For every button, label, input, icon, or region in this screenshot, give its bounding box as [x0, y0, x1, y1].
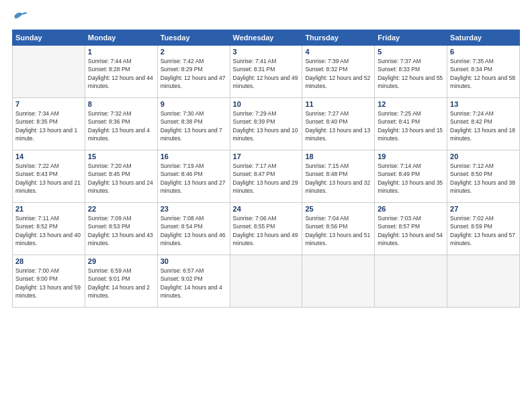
day-cell: 1Sunrise: 7:44 AMSunset: 8:28 PMDaylight…	[85, 46, 157, 98]
day-cell	[230, 255, 302, 308]
day-info: Sunrise: 7:17 AMSunset: 8:47 PMDaylight:…	[233, 162, 300, 195]
day-cell: 15Sunrise: 7:20 AMSunset: 8:45 PMDayligh…	[85, 150, 157, 203]
day-cell: 5Sunrise: 7:37 AMSunset: 8:33 PMDaylight…	[375, 46, 447, 98]
day-number: 20	[450, 152, 517, 161]
day-info: Sunrise: 7:32 AMSunset: 8:36 PMDaylight:…	[88, 109, 154, 142]
day-info: Sunrise: 7:39 AMSunset: 8:32 PMDaylight:…	[305, 57, 371, 90]
day-info: Sunrise: 7:12 AMSunset: 8:50 PMDaylight:…	[450, 162, 517, 195]
day-cell: 21Sunrise: 7:11 AMSunset: 8:52 PMDayligh…	[13, 203, 85, 255]
day-number: 9	[161, 100, 227, 108]
day-number: 7	[15, 100, 82, 108]
day-number: 22	[88, 205, 154, 213]
day-number: 14	[15, 152, 82, 161]
day-number: 13	[450, 100, 517, 108]
day-number: 8	[88, 100, 154, 108]
day-cell: 2Sunrise: 7:42 AMSunset: 8:29 PMDaylight…	[157, 46, 230, 98]
day-number: 11	[305, 100, 371, 108]
day-cell	[447, 255, 520, 308]
day-cell: 26Sunrise: 7:03 AMSunset: 8:57 PMDayligh…	[375, 203, 447, 255]
day-number: 16	[161, 152, 227, 161]
day-info: Sunrise: 7:35 AMSunset: 8:34 PMDaylight:…	[450, 57, 517, 90]
day-cell: 3Sunrise: 7:41 AMSunset: 8:31 PMDaylight…	[230, 46, 302, 98]
header-cell-monday: Monday	[85, 30, 157, 46]
day-cell: 7Sunrise: 7:34 AMSunset: 8:35 PMDaylight…	[13, 98, 85, 150]
day-number: 25	[305, 205, 371, 213]
week-row-3: 14Sunrise: 7:22 AMSunset: 8:43 PMDayligh…	[13, 150, 520, 203]
day-cell: 27Sunrise: 7:02 AMSunset: 8:59 PMDayligh…	[447, 203, 520, 255]
day-cell: 18Sunrise: 7:15 AMSunset: 8:48 PMDayligh…	[302, 150, 375, 203]
day-number: 4	[305, 48, 371, 56]
day-number: 27	[450, 205, 517, 213]
day-cell: 16Sunrise: 7:19 AMSunset: 8:46 PMDayligh…	[157, 150, 230, 203]
day-info: Sunrise: 7:02 AMSunset: 8:59 PMDaylight:…	[450, 214, 517, 247]
day-info: Sunrise: 7:22 AMSunset: 8:43 PMDaylight:…	[15, 162, 82, 195]
header-row: SundayMondayTuesdayWednesdayThursdayFrid…	[13, 30, 520, 46]
day-cell: 8Sunrise: 7:32 AMSunset: 8:36 PMDaylight…	[85, 98, 157, 150]
day-info: Sunrise: 7:06 AMSunset: 8:55 PMDaylight:…	[233, 214, 300, 247]
day-info: Sunrise: 7:08 AMSunset: 8:54 PMDaylight:…	[161, 214, 227, 247]
week-row-4: 21Sunrise: 7:11 AMSunset: 8:52 PMDayligh…	[13, 203, 520, 255]
logo-bird-icon	[13, 11, 28, 21]
day-number: 3	[233, 48, 300, 56]
header-cell-tuesday: Tuesday	[157, 30, 230, 46]
page: SundayMondayTuesdayWednesdayThursdayFrid…	[0, 0, 532, 314]
day-info: Sunrise: 7:00 AMSunset: 9:00 PMDaylight:…	[15, 267, 82, 300]
day-cell: 9Sunrise: 7:30 AMSunset: 8:38 PMDaylight…	[157, 98, 230, 150]
day-number: 26	[378, 205, 444, 213]
day-info: Sunrise: 7:04 AMSunset: 8:56 PMDaylight:…	[305, 214, 371, 247]
header	[12, 12, 520, 21]
day-number: 17	[233, 152, 300, 161]
day-number: 2	[161, 48, 227, 56]
day-number: 10	[233, 100, 300, 108]
day-cell	[375, 255, 447, 308]
day-number: 24	[233, 205, 300, 213]
header-cell-thursday: Thursday	[302, 30, 375, 46]
day-cell: 13Sunrise: 7:24 AMSunset: 8:42 PMDayligh…	[447, 98, 520, 150]
day-cell: 24Sunrise: 7:06 AMSunset: 8:55 PMDayligh…	[230, 203, 302, 255]
day-cell: 22Sunrise: 7:09 AMSunset: 8:53 PMDayligh…	[85, 203, 157, 255]
week-row-5: 28Sunrise: 7:00 AMSunset: 9:00 PMDayligh…	[13, 255, 520, 308]
day-info: Sunrise: 7:09 AMSunset: 8:53 PMDaylight:…	[88, 214, 154, 247]
day-number: 21	[15, 205, 82, 213]
day-number: 30	[161, 257, 227, 265]
day-info: Sunrise: 7:19 AMSunset: 8:46 PMDaylight:…	[161, 162, 227, 195]
day-cell: 25Sunrise: 7:04 AMSunset: 8:56 PMDayligh…	[302, 203, 375, 255]
day-info: Sunrise: 7:29 AMSunset: 8:39 PMDaylight:…	[233, 109, 300, 142]
day-number: 6	[450, 48, 517, 56]
day-cell: 10Sunrise: 7:29 AMSunset: 8:39 PMDayligh…	[230, 98, 302, 150]
day-info: Sunrise: 7:03 AMSunset: 8:57 PMDaylight:…	[378, 214, 444, 247]
day-cell: 6Sunrise: 7:35 AMSunset: 8:34 PMDaylight…	[447, 46, 520, 98]
week-row-2: 7Sunrise: 7:34 AMSunset: 8:35 PMDaylight…	[13, 98, 520, 150]
day-number: 5	[378, 48, 444, 56]
day-info: Sunrise: 7:24 AMSunset: 8:42 PMDaylight:…	[450, 109, 517, 142]
week-row-1: 1Sunrise: 7:44 AMSunset: 8:28 PMDaylight…	[13, 46, 520, 98]
day-number: 23	[161, 205, 227, 213]
day-number: 15	[88, 152, 154, 161]
day-number: 19	[378, 152, 444, 161]
day-number: 12	[378, 100, 444, 108]
day-cell: 28Sunrise: 7:00 AMSunset: 9:00 PMDayligh…	[13, 255, 85, 308]
day-cell: 17Sunrise: 7:17 AMSunset: 8:47 PMDayligh…	[230, 150, 302, 203]
day-cell	[302, 255, 375, 308]
day-info: Sunrise: 7:25 AMSunset: 8:41 PMDaylight:…	[378, 109, 444, 142]
day-info: Sunrise: 7:27 AMSunset: 8:40 PMDaylight:…	[305, 109, 371, 142]
day-info: Sunrise: 7:20 AMSunset: 8:45 PMDaylight:…	[88, 162, 154, 195]
day-info: Sunrise: 7:42 AMSunset: 8:29 PMDaylight:…	[161, 57, 227, 90]
header-cell-sunday: Sunday	[13, 30, 85, 46]
day-info: Sunrise: 7:41 AMSunset: 8:31 PMDaylight:…	[233, 57, 300, 90]
day-cell: 11Sunrise: 7:27 AMSunset: 8:40 PMDayligh…	[302, 98, 375, 150]
day-cell	[13, 46, 85, 98]
day-number: 28	[15, 257, 82, 265]
day-number: 29	[88, 257, 154, 265]
header-cell-wednesday: Wednesday	[230, 30, 302, 46]
day-number: 1	[88, 48, 154, 56]
day-info: Sunrise: 7:15 AMSunset: 8:48 PMDaylight:…	[305, 162, 371, 195]
day-cell: 19Sunrise: 7:14 AMSunset: 8:49 PMDayligh…	[375, 150, 447, 203]
day-info: Sunrise: 7:30 AMSunset: 8:38 PMDaylight:…	[161, 109, 227, 142]
day-cell: 20Sunrise: 7:12 AMSunset: 8:50 PMDayligh…	[447, 150, 520, 203]
calendar-table: SundayMondayTuesdayWednesdayThursdayFrid…	[12, 30, 520, 308]
day-cell: 23Sunrise: 7:08 AMSunset: 8:54 PMDayligh…	[157, 203, 230, 255]
day-info: Sunrise: 7:14 AMSunset: 8:49 PMDaylight:…	[378, 162, 444, 195]
header-cell-saturday: Saturday	[447, 30, 520, 46]
day-info: Sunrise: 7:37 AMSunset: 8:33 PMDaylight:…	[378, 57, 444, 90]
